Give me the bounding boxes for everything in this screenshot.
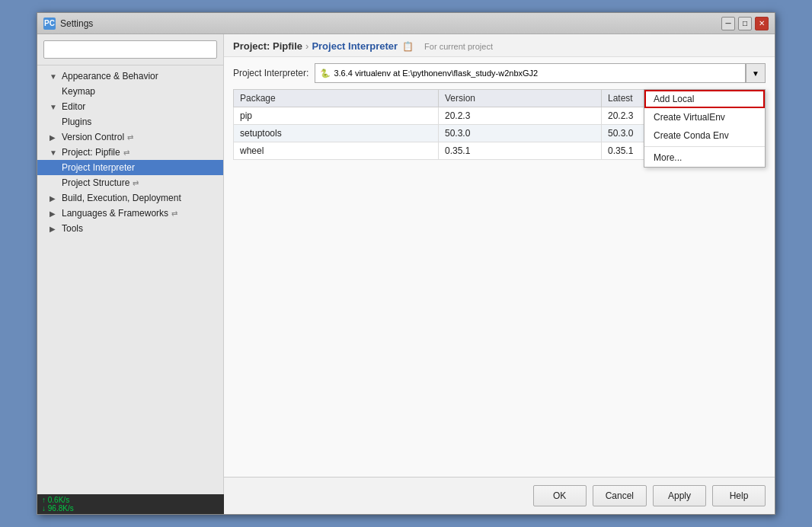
sync-icon: ⇄ — [123, 149, 129, 157]
sidebar-item-label: Project Interpreter — [62, 162, 135, 173]
sidebar-item-appearance[interactable]: ▼ Appearance & Behavior — [37, 69, 223, 84]
sidebar-item-project-structure[interactable]: Project Structure ⇄ — [37, 175, 223, 190]
package-name: setuptools — [234, 125, 439, 142]
note-icon: 📋 — [402, 41, 414, 52]
sync-icon: ⇄ — [127, 133, 133, 142]
package-version: 0.35.1 — [439, 142, 602, 160]
interpreter-value: 3.6.4 virtualenv at E:\pythonenv\flask_s… — [334, 69, 740, 78]
sidebar-tree: ▼ Appearance & Behavior Keymap ▼ Editor … — [37, 65, 223, 514]
interpreter-dropdown-menu: Add Local Create VirtualEnv Create Conda… — [644, 89, 766, 168]
col-package: Package — [234, 90, 439, 107]
sidebar-item-plugins[interactable]: Plugins — [37, 114, 223, 129]
sidebar-item-label: Plugins — [62, 117, 91, 127]
minimize-button[interactable]: ─ — [721, 17, 735, 30]
expand-icon: ▼ — [50, 103, 59, 111]
expand-icon: ▶ — [50, 225, 59, 233]
upload-speed: ↑ 0.6K/s — [42, 496, 219, 504]
sync-icon: ⇄ — [133, 179, 139, 187]
expand-icon: ▼ — [50, 72, 59, 81]
sidebar-item-tools[interactable]: ▶ Tools — [37, 221, 223, 236]
breadcrumb-separator: › — [305, 40, 308, 52]
footer: OK Cancel Apply Help — [224, 477, 775, 514]
interpreter-wrapper: 🐍 3.6.4 virtualenv at E:\pythonenv\flask… — [315, 63, 766, 83]
sidebar-item-label: Build, Execution, Deployment — [62, 193, 181, 203]
close-button[interactable]: ✕ — [755, 17, 769, 30]
sidebar-item-languages-frameworks[interactable]: ▶ Languages & Frameworks ⇄ — [37, 206, 223, 221]
window-title: Settings — [60, 18, 721, 29]
status-bar: ↑ 0.6K/s ↓ 96.8K/s — [37, 494, 224, 514]
content-area: ▼ Appearance & Behavior Keymap ▼ Editor … — [37, 34, 775, 514]
cancel-button[interactable]: Cancel — [593, 485, 647, 506]
dropdown-item-more[interactable]: More... — [644, 149, 765, 167]
breadcrumb-current: Project Interpreter — [312, 40, 398, 52]
download-speed: ↓ 96.8K/s — [42, 504, 219, 513]
main-panel: Project: Pipfile › Project Interpreter 📋… — [224, 34, 775, 514]
package-name: wheel — [234, 142, 439, 160]
sidebar-item-editor[interactable]: ▼ Editor — [37, 99, 223, 114]
sync-icon: ⇄ — [171, 209, 177, 218]
sidebar: ▼ Appearance & Behavior Keymap ▼ Editor … — [37, 34, 224, 514]
dropdown-separator — [644, 146, 765, 147]
dropdown-item-create-virtualenv[interactable]: Create VirtualEnv — [644, 108, 765, 126]
search-box — [37, 34, 223, 65]
sidebar-item-build-execution[interactable]: ▶ Build, Execution, Deployment — [37, 190, 223, 206]
window-icon: PC — [43, 18, 56, 30]
apply-button[interactable]: Apply — [653, 485, 706, 506]
interpreter-row: Project Interpreter: 🐍 3.6.4 virtualenv … — [224, 57, 775, 89]
current-project-label: For current project — [424, 42, 493, 51]
help-button[interactable]: Help — [712, 485, 766, 506]
interpreter-select[interactable]: 🐍 3.6.4 virtualenv at E:\pythonenv\flask… — [315, 63, 746, 83]
settings-window: PC Settings ─ □ ✕ ▼ Appearance & Behavio… — [37, 12, 775, 515]
chevron-down-icon: ▼ — [752, 69, 759, 78]
col-version: Version — [439, 90, 602, 107]
sidebar-item-version-control[interactable]: ▶ Version Control ⇄ — [37, 129, 223, 145]
sidebar-item-project-interpreter[interactable]: Project Interpreter — [37, 160, 223, 175]
expand-icon: ▶ — [50, 194, 59, 203]
maximize-button[interactable]: □ — [738, 17, 752, 30]
sidebar-item-label: Tools — [62, 223, 83, 234]
package-version: 50.3.0 — [439, 125, 602, 142]
title-bar: PC Settings ─ □ ✕ — [37, 13, 775, 34]
sidebar-item-label: Keymap — [62, 86, 95, 97]
interpreter-dropdown-btn[interactable]: ▼ — [746, 63, 766, 83]
breadcrumb: Project: Pipfile › Project Interpreter — [233, 40, 398, 52]
package-version: 20.2.3 — [439, 107, 602, 125]
interpreter-label: Project Interpreter: — [233, 68, 308, 78]
sidebar-item-label: Appearance & Behavior — [62, 71, 158, 81]
sidebar-item-label: Project Structure — [62, 177, 129, 188]
expand-icon: ▶ — [50, 133, 59, 142]
sidebar-item-label: Editor — [62, 101, 85, 112]
dropdown-item-create-conda-env[interactable]: Create Conda Env — [644, 126, 765, 145]
expand-icon: ▼ — [50, 149, 59, 157]
window-controls: ─ □ ✕ — [721, 17, 769, 30]
sidebar-item-keymap[interactable]: Keymap — [37, 84, 223, 99]
sidebar-item-label: Version Control — [62, 132, 124, 142]
search-input[interactable] — [43, 40, 217, 59]
sidebar-item-project-pipfile[interactable]: ▼ Project: Pipfile ⇄ — [37, 145, 223, 160]
python-icon: 🐍 — [320, 69, 331, 78]
breadcrumb-parent: Project: Pipfile — [233, 40, 302, 52]
expand-icon: ▶ — [50, 209, 59, 218]
sidebar-item-label: Languages & Frameworks — [62, 208, 168, 219]
ok-button[interactable]: OK — [533, 485, 587, 506]
sidebar-item-label: Project: Pipfile — [62, 147, 120, 158]
dropdown-item-add-local[interactable]: Add Local — [644, 90, 765, 108]
package-name: pip — [234, 107, 439, 125]
main-header: Project: Pipfile › Project Interpreter 📋… — [224, 34, 775, 57]
